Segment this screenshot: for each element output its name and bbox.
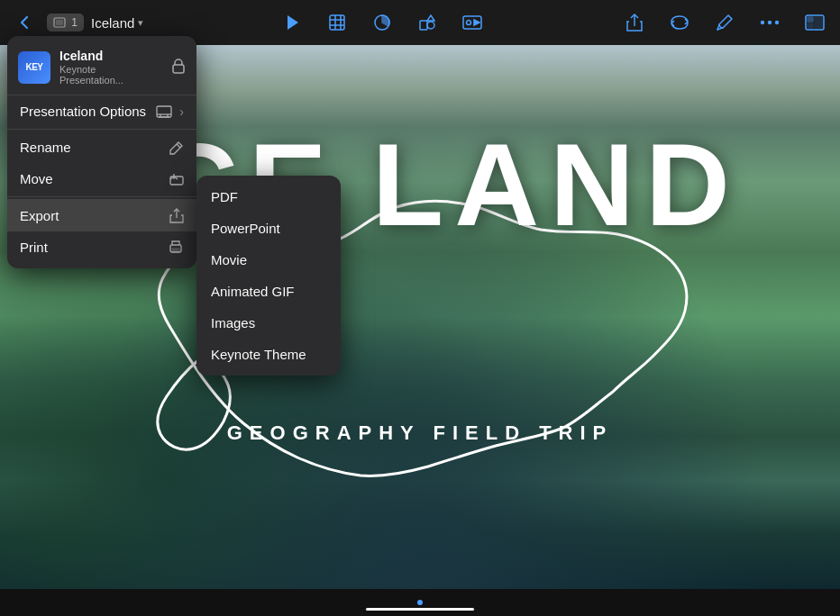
back-button[interactable]	[11, 8, 40, 37]
home-indicator	[366, 608, 474, 611]
svg-point-15	[768, 21, 772, 24]
rename-icon	[169, 140, 184, 155]
svg-rect-21	[173, 65, 184, 73]
file-icon: KEY	[18, 51, 50, 84]
move-icon	[169, 173, 184, 186]
menu-item-move[interactable]: Move	[7, 163, 196, 195]
svg-rect-20	[815, 17, 822, 28]
svg-point-16	[775, 21, 779, 24]
svg-rect-1	[56, 20, 63, 25]
file-subtitle: Keynote Presentation...	[59, 64, 162, 86]
menu-item-export[interactable]: Export	[7, 199, 196, 231]
rename-label: Rename	[20, 140, 71, 155]
svg-point-13	[466, 21, 470, 25]
chart-button[interactable]	[368, 8, 397, 37]
svg-rect-3	[330, 15, 344, 30]
slide-subtitle: GEOGRAPHY FIELD TRIP	[0, 421, 840, 445]
move-label: Move	[20, 171, 53, 186]
document-title[interactable]: Iceland ▾	[91, 15, 143, 31]
loop-button[interactable]	[665, 8, 694, 37]
print-icon	[168, 240, 184, 255]
export-animated-gif[interactable]: Animated GIF	[196, 276, 341, 307]
export-images[interactable]: Images	[196, 307, 341, 339]
svg-marker-11	[427, 15, 434, 21]
menu-item-print[interactable]: Print	[7, 231, 196, 263]
export-submenu: PDF PowerPoint Movie Animated GIF Images…	[196, 176, 341, 376]
svg-rect-19	[808, 23, 813, 28]
share-button[interactable]	[620, 8, 649, 37]
svg-rect-9	[420, 21, 427, 30]
print-label: Print	[20, 240, 48, 255]
export-movie[interactable]: Movie	[196, 244, 341, 276]
nav-button[interactable]	[800, 8, 829, 37]
dropdown-overlay: KEY Iceland Keynote Presentation... Pres…	[7, 36, 196, 268]
export-powerpoint[interactable]: PowerPoint	[196, 213, 341, 244]
slides-count[interactable]: 1	[47, 14, 84, 32]
svg-point-14	[761, 21, 764, 24]
presentation-options-arrow: ›	[179, 104, 184, 119]
svg-rect-22	[157, 106, 171, 117]
play-button[interactable]	[278, 8, 306, 37]
svg-rect-31	[172, 249, 179, 252]
svg-point-10	[427, 22, 434, 29]
title-dropdown-arrow: ▾	[138, 17, 143, 29]
media-button[interactable]	[458, 8, 487, 37]
slide-indicator-dot	[417, 600, 423, 605]
file-name: Iceland	[59, 49, 162, 63]
file-popup-header: KEY Iceland Keynote Presentation...	[7, 45, 196, 95]
svg-rect-18	[808, 17, 813, 22]
export-label: Export	[20, 208, 59, 223]
menu-item-presentation-options[interactable]: Presentation Options ›	[7, 95, 196, 127]
shapes-button[interactable]	[413, 8, 442, 37]
export-keynote-theme[interactable]: Keynote Theme	[196, 339, 341, 370]
svg-marker-2	[288, 15, 298, 30]
menu-item-rename[interactable]: Rename	[7, 131, 196, 163]
lock-button[interactable]	[171, 58, 186, 77]
table-button[interactable]	[323, 8, 352, 37]
bottom-bar	[0, 589, 840, 616]
menu-divider-1	[7, 129, 196, 130]
brush-button[interactable]	[710, 8, 739, 37]
svg-line-27	[177, 144, 180, 148]
export-pdf[interactable]: PDF	[196, 181, 341, 213]
export-icon	[169, 207, 184, 223]
file-popup: KEY Iceland Keynote Presentation... Pres…	[7, 36, 196, 268]
more-button[interactable]	[755, 8, 784, 37]
menu-divider-2	[7, 196, 196, 197]
presentation-options-label: Presentation Options	[20, 104, 146, 119]
